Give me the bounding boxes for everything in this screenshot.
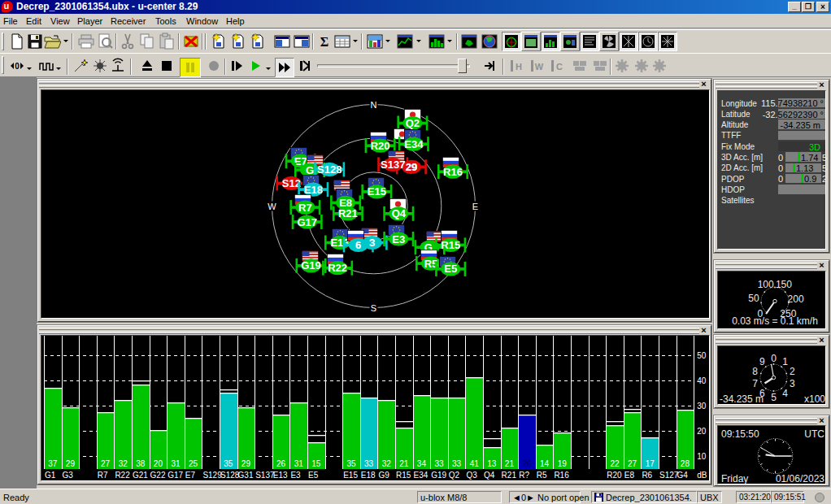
svg-text:G31: G31 <box>238 471 254 480</box>
svg-text:R5: R5 <box>537 471 547 480</box>
svg-text:R15: R15 <box>396 471 411 480</box>
svg-text:6: 6 <box>355 239 361 251</box>
svg-text:5: 5 <box>771 392 777 403</box>
svg-text:20: 20 <box>697 427 707 436</box>
svg-text:S137: S137 <box>381 159 405 171</box>
svg-text:34: 34 <box>417 459 427 468</box>
svg-text:0: 0 <box>15 62 20 71</box>
svg-text:G: G <box>306 164 314 176</box>
svg-text:R16: R16 <box>443 166 463 178</box>
svg-text:100: 100 <box>758 279 774 290</box>
svg-text:27: 27 <box>101 459 111 468</box>
svg-text:29: 29 <box>66 459 76 468</box>
svg-text:15: 15 <box>311 459 321 468</box>
svg-text:E18: E18 <box>361 471 376 480</box>
svg-text:20: 20 <box>154 459 163 468</box>
svg-text:0.03 m/s = 0.1 km/h: 0.03 m/s = 0.1 km/h <box>732 315 818 327</box>
svg-text:3: 3 <box>790 378 795 389</box>
svg-text:25: 25 <box>189 459 198 468</box>
svg-text:40: 40 <box>697 376 707 385</box>
svg-text:G21: G21 <box>133 471 148 480</box>
svg-text:3: 3 <box>369 237 375 249</box>
svg-text:4: 4 <box>782 388 788 399</box>
svg-text:41: 41 <box>470 459 480 468</box>
svg-text:29: 29 <box>406 161 417 173</box>
svg-text:200: 200 <box>788 293 804 305</box>
svg-text:E15: E15 <box>368 185 386 198</box>
svg-text:G17: G17 <box>297 216 317 228</box>
svg-text:R20: R20 <box>371 140 390 152</box>
svg-text:21: 21 <box>399 459 409 468</box>
svg-text:14: 14 <box>540 459 550 468</box>
svg-text:E8: E8 <box>339 197 352 209</box>
svg-text:Q4: Q4 <box>484 471 495 480</box>
svg-text:G4: G4 <box>677 471 689 480</box>
svg-text:G17: G17 <box>168 471 183 480</box>
svg-text:32: 32 <box>382 459 392 468</box>
svg-text:G19: G19 <box>301 259 321 272</box>
svg-text:0: 0 <box>771 353 777 364</box>
svg-text:10: 10 <box>697 452 707 461</box>
svg-text:150: 150 <box>776 279 792 290</box>
svg-text:E3: E3 <box>392 233 405 245</box>
svg-text:13: 13 <box>487 459 497 468</box>
svg-text:G19: G19 <box>431 471 446 480</box>
svg-text:50: 50 <box>748 293 759 304</box>
svg-text:2: 2 <box>790 366 795 377</box>
svg-text:9: 9 <box>759 356 765 367</box>
svg-text:E15: E15 <box>343 471 358 480</box>
svg-text:33: 33 <box>364 459 374 468</box>
svg-text:33: 33 <box>434 459 444 468</box>
svg-text:Q4: Q4 <box>392 207 407 219</box>
svg-text:R15: R15 <box>441 239 460 251</box>
svg-text:-34.235 m: -34.235 m <box>720 393 764 405</box>
svg-text:G22: G22 <box>150 471 166 480</box>
svg-text:E8: E8 <box>624 471 635 480</box>
svg-text:W: W <box>268 202 276 211</box>
svg-text:S129: S129 <box>202 471 222 480</box>
svg-text:22: 22 <box>610 459 620 468</box>
svg-text:R20: R20 <box>607 471 622 480</box>
svg-text:R6: R6 <box>642 471 652 480</box>
svg-text:UTC: UTC <box>804 428 824 440</box>
svg-text:26: 26 <box>522 459 532 468</box>
svg-text:50: 50 <box>697 351 707 360</box>
svg-text:37: 37 <box>48 459 58 468</box>
svg-text:C: C <box>556 62 563 72</box>
svg-text:32: 32 <box>119 459 128 468</box>
svg-text:19: 19 <box>558 459 568 468</box>
svg-text:R22: R22 <box>328 262 347 274</box>
svg-text:28: 28 <box>681 459 690 468</box>
svg-text:R21: R21 <box>502 471 517 480</box>
svg-text:G9: G9 <box>378 471 389 480</box>
svg-text:Friday: Friday <box>721 473 748 484</box>
svg-text:E34: E34 <box>404 138 424 150</box>
svg-text:7: 7 <box>752 378 758 389</box>
svg-text:E5: E5 <box>444 263 457 275</box>
svg-text:Σ: Σ <box>320 35 328 49</box>
svg-text:30: 30 <box>697 402 707 411</box>
svg-text:S128: S128 <box>220 471 240 480</box>
svg-text:G1: G1 <box>45 471 56 480</box>
svg-text:R7: R7 <box>98 471 108 480</box>
svg-text:09:15:50: 09:15:50 <box>721 428 759 440</box>
svg-text:S127: S127 <box>659 471 679 480</box>
svg-text:G3: G3 <box>63 471 74 480</box>
svg-text:S: S <box>371 303 376 313</box>
svg-text:H: H <box>516 62 522 72</box>
svg-text:01/06/2023: 01/06/2023 <box>776 473 824 484</box>
svg-text:E3: E3 <box>290 471 301 480</box>
svg-text:R22: R22 <box>115 471 130 480</box>
svg-text:R?: R? <box>519 471 529 480</box>
svg-text:S128: S128 <box>317 163 342 176</box>
svg-text:E34: E34 <box>414 471 429 480</box>
svg-text:E13: E13 <box>330 237 349 249</box>
svg-text:17: 17 <box>646 459 655 468</box>
svg-text:Q3: Q3 <box>466 471 477 480</box>
svg-text:31: 31 <box>171 459 181 468</box>
svg-text:E5: E5 <box>308 471 319 480</box>
svg-text:Q2: Q2 <box>449 471 460 480</box>
svg-text:35: 35 <box>346 459 356 468</box>
svg-text:E: E <box>472 202 478 211</box>
svg-text:26: 26 <box>276 459 286 468</box>
